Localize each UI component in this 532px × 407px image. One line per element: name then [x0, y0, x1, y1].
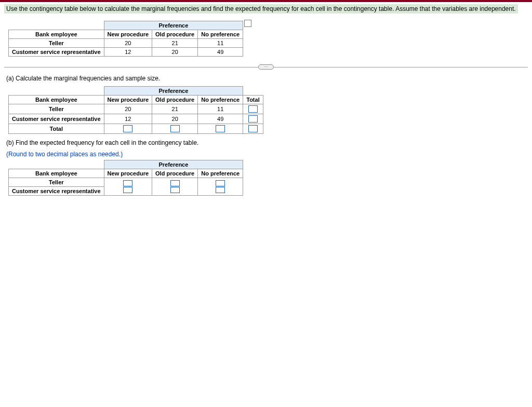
cell-value: 20: [104, 39, 152, 48]
col-new: New procedure: [104, 96, 152, 104]
answer-input[interactable]: [216, 187, 225, 193]
rounding-instruction: (Round to two decimal places as needed.): [6, 151, 528, 158]
col-no: No preference: [198, 96, 243, 104]
input-cell: [243, 124, 263, 134]
input-cell: [104, 178, 152, 196]
cell-value: 49: [198, 48, 243, 57]
col-no: No preference: [198, 169, 243, 178]
cell-value: 12: [104, 48, 152, 57]
answer-input[interactable]: [170, 187, 180, 193]
question-prompt: Use the contingency table below to calcu…: [4, 4, 518, 13]
input-cell: [104, 124, 152, 134]
bank-employee-header: Bank employee: [9, 169, 104, 178]
answer-input[interactable]: [123, 180, 132, 186]
col-new: New procedure: [104, 169, 152, 178]
col-new: New procedure: [104, 30, 152, 39]
row-teller: Teller: [9, 178, 104, 187]
table-row: Teller 20 21 11: [9, 39, 243, 48]
cell-value: 20: [104, 104, 152, 114]
part-a-table: Preference Bank employee New procedure O…: [8, 86, 263, 134]
part-b-label: (b) Find the expected frequency for each…: [6, 139, 528, 146]
col-no: No preference: [198, 30, 243, 39]
copy-icon[interactable]: [245, 21, 251, 27]
bank-employee-header: Bank employee: [9, 96, 104, 104]
answer-input[interactable]: [170, 125, 180, 132]
section-divider: ····: [4, 67, 528, 67]
table-row: Teller 20 21 11: [9, 104, 263, 114]
input-cell: [152, 124, 198, 134]
answer-input[interactable]: [123, 125, 132, 132]
answer-input[interactable]: [248, 125, 258, 132]
input-cell: [243, 104, 263, 114]
preference-header: Preference: [104, 21, 243, 30]
answer-input[interactable]: [248, 105, 258, 113]
cell-value: 11: [198, 104, 243, 114]
table-row: Teller: [9, 178, 243, 187]
cell-value: 12: [104, 114, 152, 124]
col-total: Total: [243, 96, 263, 104]
row-csr: Customer service representative: [9, 114, 104, 124]
row-csr: Customer service representative: [9, 48, 104, 57]
row-teller: Teller: [9, 39, 104, 48]
question-content: Use the contingency table below to calcu…: [0, 2, 532, 203]
cell-value: 11: [198, 39, 243, 48]
table-row: Customer service representative 12 20 49: [9, 48, 243, 57]
row-teller: Teller: [9, 104, 104, 114]
answer-input[interactable]: [123, 187, 132, 193]
cell-value: 21: [152, 104, 198, 114]
input-cell: [152, 178, 198, 196]
input-cell: [198, 178, 243, 196]
part-b-table: Preference Bank employee New procedure O…: [8, 160, 243, 196]
cell-value: 20: [152, 114, 198, 124]
preference-header: Preference: [104, 160, 243, 169]
row-csr: Customer service representative: [9, 187, 104, 196]
cell-value: 21: [152, 39, 198, 48]
row-total: Total: [9, 124, 104, 134]
col-old: Old procedure: [152, 30, 198, 39]
table-row: Total: [9, 124, 263, 134]
cell-value: 20: [152, 48, 198, 57]
preference-header: Preference: [104, 87, 243, 96]
table-row: Customer service representative 12 20 49: [9, 114, 263, 124]
answer-input[interactable]: [170, 180, 180, 186]
answer-input[interactable]: [248, 115, 258, 123]
input-cell: [243, 114, 263, 124]
part-a-label: (a) Calculate the marginal frequencies a…: [6, 75, 528, 82]
answer-input[interactable]: [216, 180, 225, 186]
resize-handle-icon[interactable]: ····: [258, 64, 274, 70]
answer-input[interactable]: [216, 125, 225, 132]
cell-value: 49: [198, 114, 243, 124]
given-table: Preference Bank employee New procedure O…: [8, 21, 243, 57]
input-cell: [198, 124, 243, 134]
col-old: Old procedure: [152, 96, 198, 104]
bank-employee-header: Bank employee: [9, 30, 104, 39]
col-old: Old procedure: [152, 169, 198, 178]
